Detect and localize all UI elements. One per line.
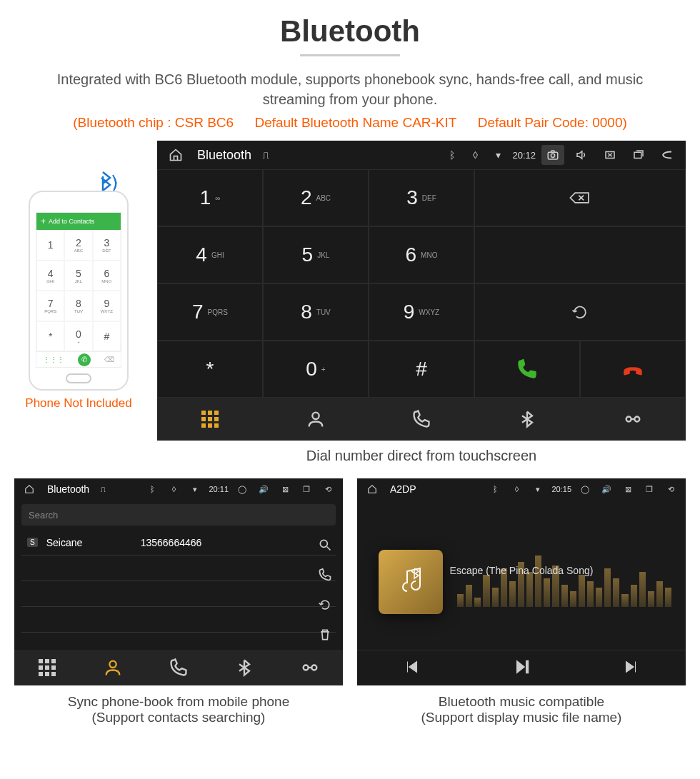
- side-actions: [314, 530, 336, 650]
- topbar-title: A2DP: [390, 483, 416, 495]
- contact-row-empty: [21, 607, 336, 633]
- album-art: [379, 550, 443, 614]
- search-icon[interactable]: [314, 534, 336, 556]
- svg-point-6: [634, 417, 639, 422]
- clock: 20:11: [209, 485, 229, 493]
- phonebook-caption: Sync phone-book from mobile phone (Suppo…: [14, 694, 343, 725]
- recents-button[interactable]: ❐: [299, 479, 314, 499]
- nav-bluetooth[interactable]: [474, 398, 580, 441]
- bottom-nav: [157, 398, 686, 441]
- contact-row-empty: [21, 556, 336, 581]
- key-0[interactable]: 0+: [263, 341, 369, 398]
- back-button[interactable]: ⟲: [320, 479, 336, 499]
- key-2[interactable]: 2ABC: [263, 169, 369, 226]
- key-star[interactable]: *: [157, 341, 263, 398]
- location-icon: ◊: [166, 485, 181, 493]
- spec-name: Default Bluetooth Name CAR-KIT: [254, 115, 456, 130]
- nav-pair[interactable]: [277, 650, 343, 685]
- key-4[interactable]: 4GHI: [157, 226, 263, 283]
- dialer-pad: 1∞ 2ABC 3DEF 4GHI 5JKL 6MNO 7PQRS 8TUV 9…: [157, 169, 686, 398]
- wifi-icon: ▾: [530, 485, 546, 494]
- location-icon: ◊: [509, 485, 524, 493]
- close-button[interactable]: ⊠: [277, 479, 293, 499]
- bottom-nav: [14, 650, 343, 685]
- volume-button[interactable]: 🔊: [599, 479, 614, 499]
- refresh-button[interactable]: [474, 283, 686, 341]
- home-button[interactable]: [364, 479, 380, 499]
- svg-point-8: [109, 661, 116, 668]
- svg-point-7: [320, 540, 327, 547]
- next-button[interactable]: [621, 658, 640, 679]
- key-1[interactable]: 1∞: [157, 169, 263, 226]
- nav-recent-calls[interactable]: [369, 398, 474, 441]
- home-button: [66, 373, 91, 383]
- search-input[interactable]: Search: [21, 504, 336, 526]
- music-caption: Bluetooth music compatible (Support disp…: [357, 694, 686, 725]
- divider: [300, 54, 400, 56]
- key-3[interactable]: 3DEF: [369, 169, 474, 226]
- empty-cell: [474, 226, 686, 283]
- nav-bluetooth[interactable]: [211, 650, 277, 685]
- key-6[interactable]: 6MNO: [369, 226, 474, 283]
- close-button[interactable]: ⊠: [620, 479, 636, 499]
- back-button[interactable]: ⟲: [663, 479, 679, 499]
- contact-list: S Seicane 13566664466: [14, 530, 343, 650]
- screenshot-button[interactable]: ◯: [234, 479, 250, 499]
- play-pause-button[interactable]: [512, 658, 531, 679]
- spec-line: (Bluetooth chip : CSR BC6 Default Blueto…: [0, 115, 700, 131]
- music-visualizer: Escape (The Pina Colada Song): [357, 500, 686, 650]
- plus-icon: +: [41, 216, 46, 226]
- key-7[interactable]: 7PQRS: [157, 283, 263, 341]
- key-hash[interactable]: #: [369, 341, 474, 398]
- nav-contacts[interactable]: [80, 650, 146, 685]
- nav-keypad[interactable]: [14, 650, 80, 685]
- call-icon: ✆: [78, 353, 91, 366]
- back-button[interactable]: [656, 145, 679, 165]
- svg-point-1: [551, 154, 554, 157]
- key-5[interactable]: 5JKL: [263, 226, 369, 283]
- wifi-icon: ▾: [489, 149, 506, 161]
- contact-row-empty: [21, 581, 336, 607]
- nav-recent-calls[interactable]: [146, 650, 211, 685]
- refresh-icon[interactable]: [314, 594, 336, 615]
- location-icon: ◊: [466, 149, 484, 161]
- key-8[interactable]: 8TUV: [263, 283, 369, 341]
- recents-button[interactable]: ❐: [641, 479, 657, 499]
- topbar: A2DP ᛒ ◊ ▾ 20:15 ◯ 🔊 ⊠ ❐ ⟲: [357, 478, 686, 500]
- bluetooth-icon: ᛒ: [487, 485, 503, 493]
- home-button[interactable]: [164, 145, 187, 165]
- nav-keypad[interactable]: [157, 398, 263, 441]
- topbar: Bluetooth ⎍ ᛒ ◊ ▾ 20:11 ◯ 🔊 ⊠ ❐ ⟲: [14, 478, 343, 500]
- recents-button[interactable]: [627, 145, 650, 165]
- prev-button[interactable]: [403, 658, 421, 679]
- svg-point-9: [304, 665, 309, 670]
- home-button[interactable]: [21, 479, 37, 499]
- bluetooth-icon: ᛒ: [444, 149, 461, 161]
- song-title: Escape (The Pina Colada Song): [450, 565, 594, 576]
- key-9[interactable]: 9WXYZ: [369, 283, 474, 341]
- contact-number: 13566664466: [141, 537, 202, 548]
- volume-button[interactable]: 🔊: [256, 479, 271, 499]
- headunit-phonebook: Bluetooth ⎍ ᛒ ◊ ▾ 20:11 ◯ 🔊 ⊠ ❐ ⟲ Search…: [14, 478, 343, 685]
- usb-icon: ⎍: [95, 485, 111, 493]
- phone-top-label: Add to Contacts: [49, 218, 94, 225]
- call-button[interactable]: [474, 341, 580, 398]
- screenshot-button[interactable]: ◯: [577, 479, 593, 499]
- phone-mockup: + Add to Contacts 1 2ABC 3DEF 4GHI 5JKL …: [29, 191, 129, 391]
- nav-pair[interactable]: [580, 398, 686, 441]
- page-title: Bluetooth: [0, 0, 700, 54]
- screenshot-button[interactable]: [541, 145, 564, 165]
- contact-name: Seicane: [46, 537, 132, 548]
- contact-row[interactable]: S Seicane 13566664466: [21, 530, 336, 556]
- hangup-button[interactable]: [580, 341, 686, 398]
- phone-keypad: 1 2ABC 3DEF 4GHI 5JKL 6MNO 7PQRS 8TUV 9W…: [36, 230, 121, 351]
- volume-button[interactable]: [570, 145, 593, 165]
- close-button[interactable]: [599, 145, 621, 165]
- keypad-icon: ⋮⋮⋮: [43, 356, 64, 363]
- nav-contacts[interactable]: [263, 398, 369, 441]
- backspace-button[interactable]: [474, 169, 686, 226]
- phone-mockup-column: + Add to Contacts 1 2ABC 3DEF 4GHI 5JKL …: [14, 141, 143, 411]
- call-icon[interactable]: [314, 564, 336, 585]
- delete-icon[interactable]: [314, 624, 336, 645]
- clock: 20:15: [551, 485, 571, 493]
